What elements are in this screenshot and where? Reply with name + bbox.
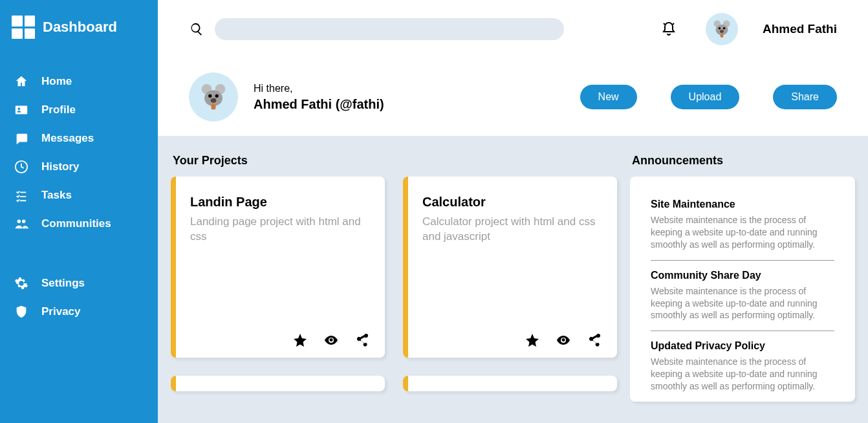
tasks-icon — [14, 188, 28, 202]
main-area: Ahmed Fathi Hi there, Ahmed Fathi (@fath… — [158, 0, 868, 423]
announcement-title: Site Maintenance — [651, 199, 834, 210]
userbar: Hi there, Ahmed Fathi (@fathi) New Uploa… — [158, 58, 868, 136]
right-column: Announcements Site Maintenance Website m… — [630, 154, 868, 423]
project-title: Landin Page — [190, 195, 371, 210]
sidebar-item-label: Home — [41, 75, 72, 88]
greeting-block: Hi there, Ahmed Fathi (@fathi) — [254, 83, 384, 112]
svg-point-12 — [208, 94, 212, 98]
star-icon[interactable] — [292, 332, 309, 349]
share-icon[interactable] — [586, 332, 603, 349]
sidebar-nav-main: Home Profile Messages History Tasks Comm… — [0, 67, 158, 238]
sidebar-item-label: History — [41, 160, 80, 173]
sidebar-item-label: Messages — [41, 132, 94, 145]
avatar-large — [189, 72, 238, 122]
project-actions — [422, 332, 603, 349]
content-area: Your Projects Landin Page Landing page p… — [158, 136, 868, 423]
eye-icon[interactable] — [323, 332, 340, 349]
announcements-card: Site Maintenance Website maintenance is … — [630, 177, 855, 402]
sidebar-item-profile[interactable]: Profile — [10, 96, 147, 124]
announcement-title: Community Share Day — [651, 270, 834, 281]
upload-button[interactable]: Upload — [671, 85, 740, 109]
user-fullname: Ahmed Fathi (@fathi) — [254, 97, 384, 112]
svg-rect-15 — [212, 104, 216, 110]
sidebar-item-settings[interactable]: Settings — [10, 269, 147, 298]
svg-point-4 — [719, 27, 721, 30]
people-icon — [14, 217, 28, 231]
sidebar-item-communities[interactable]: Communities — [10, 210, 147, 238]
announcement-title: Updated Privacy Policy — [651, 340, 834, 352]
project-title: Calculator — [422, 195, 603, 210]
sidebar: Dashboard Home Profile Messages History … — [0, 0, 158, 423]
projects-column: Your Projects Landin Page Landing page p… — [158, 154, 617, 423]
svg-rect-7 — [721, 34, 724, 38]
announcement-item: Community Share Day Website maintenance … — [651, 270, 834, 332]
announcement-text: Website maintenance is the process of ke… — [651, 285, 834, 322]
announcements-heading: Announcements — [630, 154, 855, 168]
brand-block: Dashboard — [0, 10, 158, 52]
search-input[interactable] — [215, 18, 564, 40]
project-card: Landin Page Landing page project with ht… — [171, 177, 385, 358]
sidebar-item-label: Settings — [41, 277, 85, 290]
announcement-text: Website maintenance is the process of ke… — [651, 214, 834, 251]
topbar: Ahmed Fathi — [158, 0, 868, 58]
bell-icon[interactable] — [660, 21, 677, 38]
sidebar-item-label: Communities — [41, 217, 111, 230]
home-icon — [14, 74, 28, 89]
project-grid-row2 — [171, 376, 617, 391]
projects-heading: Your Projects — [171, 154, 617, 168]
sidebar-nav-secondary: Settings Privacy — [0, 269, 158, 326]
share-icon[interactable] — [354, 332, 371, 349]
card-icon — [14, 103, 28, 117]
project-description: Calculator project with html and css and… — [422, 215, 603, 244]
avatar-small[interactable] — [706, 13, 738, 45]
sidebar-item-home[interactable]: Home — [10, 67, 147, 96]
greeting-text: Hi there, — [254, 83, 384, 94]
sidebar-item-messages[interactable]: Messages — [10, 124, 147, 153]
sidebar-item-label: Tasks — [41, 189, 72, 202]
eye-icon[interactable] — [555, 332, 572, 349]
announcement-item: Site Maintenance Website maintenance is … — [651, 199, 834, 261]
search-icon[interactable] — [189, 21, 204, 37]
project-description: Landing page project with html and css — [190, 215, 371, 244]
new-button[interactable]: New — [580, 85, 637, 109]
project-grid: Landin Page Landing page project with ht… — [171, 177, 617, 358]
brand-title: Dashboard — [43, 19, 117, 36]
sidebar-item-label: Privacy — [41, 305, 81, 318]
announcement-item: Updated Privacy Policy Website maintenan… — [651, 340, 834, 402]
dashboard-logo-icon — [12, 16, 35, 39]
shield-icon — [14, 305, 28, 319]
share-button[interactable]: Share — [773, 85, 837, 109]
sidebar-item-tasks[interactable]: Tasks — [10, 181, 147, 210]
announcement-text: Website maintenance is the process of ke… — [651, 356, 834, 393]
project-card — [403, 376, 617, 391]
sidebar-item-privacy[interactable]: Privacy — [10, 298, 147, 326]
project-actions — [190, 332, 371, 349]
star-icon[interactable] — [524, 332, 541, 349]
project-card — [171, 376, 385, 391]
gear-icon — [14, 276, 28, 290]
user-name-top: Ahmed Fathi — [763, 22, 837, 36]
svg-point-13 — [215, 94, 219, 98]
sidebar-item-label: Profile — [41, 103, 76, 116]
svg-point-6 — [720, 30, 724, 33]
svg-point-5 — [723, 27, 726, 30]
message-icon — [14, 131, 28, 146]
sidebar-item-history[interactable]: History — [10, 153, 147, 181]
project-card: Calculator Calculator project with html … — [403, 177, 617, 358]
svg-point-14 — [211, 98, 217, 103]
clock-icon — [14, 160, 28, 174]
